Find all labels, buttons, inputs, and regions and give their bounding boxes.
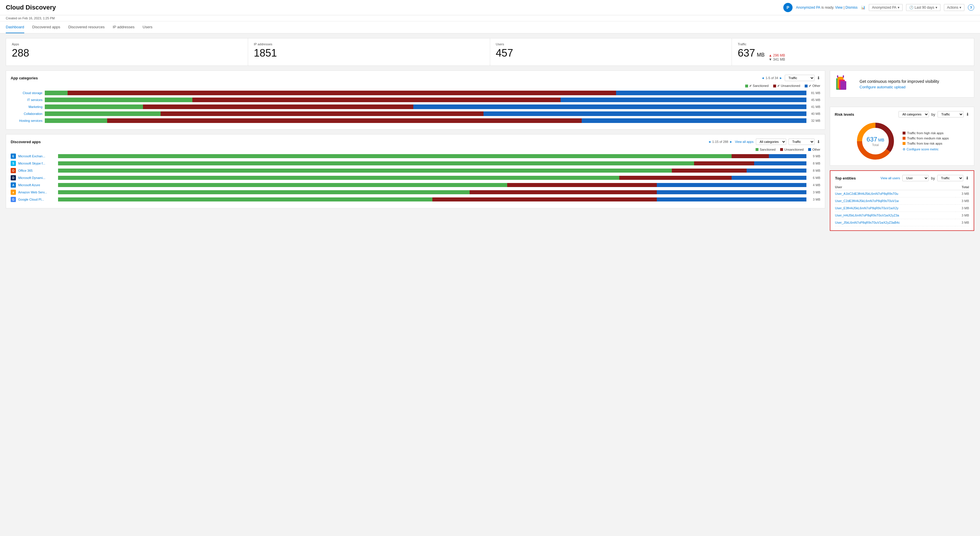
entities-metric-dropdown[interactable]: Traffic Users <box>937 175 963 181</box>
bar-label[interactable]: Marketing <box>11 105 43 108</box>
col-user: User <box>835 184 955 190</box>
separator: | <box>844 5 845 10</box>
tab-dashboard[interactable]: Dashboard <box>6 21 24 33</box>
discovered-apps-header: Discovered apps ◄ 1-15 of 288 ► View all… <box>11 138 820 145</box>
disc-other-box <box>808 148 811 151</box>
donut-container: 637 MB Total Traffic from high risk apps <box>835 121 969 161</box>
tab-discovered-apps[interactable]: Discovered apps <box>32 21 60 33</box>
view-link[interactable]: View <box>835 5 843 10</box>
entity-name[interactable]: User_A1bC2dE3fH4iJ5kL6mN7oP8qR9sT0u <box>835 190 955 197</box>
legend-unsanctioned: ✔ Unsanctioned <box>773 84 800 88</box>
app-icon: G <box>11 197 16 202</box>
disc-apps-download-icon[interactable]: ⬇ <box>817 140 820 144</box>
app-name[interactable]: Microsoft Skype f... <box>18 162 56 165</box>
app-categories-legend: ✔ Sanctioned ✔ Unsanctioned ✔ Other <box>11 84 820 88</box>
entity-total: 3 MB <box>955 212 969 219</box>
app-icon: O <box>11 168 16 173</box>
reports-title: Get continuous reports for improved visi… <box>859 79 939 84</box>
configure-score-link[interactable]: ⚙ Configure score metric <box>903 147 949 151</box>
app-name[interactable]: Amazon Web Serv... <box>18 190 56 194</box>
app-other-seg <box>754 161 807 165</box>
app-name[interactable]: Microsoft Azure <box>18 183 56 187</box>
dismiss-link[interactable]: Dismiss <box>845 5 858 10</box>
entity-name[interactable]: User_J5kL6mN7oP8qR9sT0uV1wX2yZ3aB4c <box>835 219 955 226</box>
help-label: ? <box>970 5 972 10</box>
header-right: P Anonymized PA is ready. View | Dismiss… <box>783 3 974 12</box>
risk-low-color <box>903 142 905 145</box>
svg-rect-5 <box>843 75 844 78</box>
app-bar-track <box>58 161 807 165</box>
disc-app-bars: E Microsoft Exchan... 9 MB S Microsoft S… <box>11 154 820 202</box>
donut-unit: MB <box>878 138 885 142</box>
risk-download-icon[interactable]: ⬇ <box>966 112 969 117</box>
bar-label[interactable]: Hosting services <box>11 119 43 122</box>
unsanctioned-seg <box>161 111 484 116</box>
app-other-seg <box>657 190 807 194</box>
disc-next-icon[interactable]: ► <box>729 140 732 143</box>
next-page-icon[interactable]: ► <box>779 76 783 80</box>
stats-row: Apps 288 IP addresses 1851 Users 457 Tra… <box>6 38 974 66</box>
risk-metric-dropdown[interactable]: Traffic Users <box>937 111 964 117</box>
bar-label[interactable]: IT services <box>11 98 43 101</box>
stat-apps: Apps 288 <box>6 38 248 65</box>
app-name[interactable]: Office 365 <box>18 169 56 172</box>
disc-apps-category-dropdown[interactable]: All categories <box>756 138 786 145</box>
prev-page-icon[interactable]: ◄ <box>761 76 765 80</box>
pagination-text: 1-5 of 34 <box>766 76 778 80</box>
actions-dropdown[interactable]: Actions ▾ <box>944 4 964 11</box>
account-dropdown[interactable]: Anonymized PA ▾ <box>869 4 903 11</box>
disc-prev-icon[interactable]: ◄ <box>708 140 711 143</box>
entity-name[interactable]: User_E3fH4iJ5kL6mN7oP8qR9sT0uV1wX2y <box>835 205 955 212</box>
risk-high-label: Traffic from high risk apps <box>907 131 943 135</box>
users-label: Users <box>496 43 726 46</box>
app-cat-bar-row: IT services 45 MB <box>11 98 820 102</box>
bar-label[interactable]: Cloud storage <box>11 91 43 95</box>
configure-upload-link[interactable]: Configure automatic upload <box>859 85 905 89</box>
app-unsanctioned-seg <box>507 183 657 187</box>
notification-account: Anonymized PA is ready. View | Dismiss <box>796 5 858 10</box>
app-icon: D <box>11 175 16 181</box>
bar-track <box>45 98 807 102</box>
disc-legend-other: Other <box>808 148 820 151</box>
app-cat-bar-row: Collaboration 40 MB <box>11 111 820 116</box>
entities-download-icon[interactable]: ⬇ <box>966 176 969 181</box>
app-name[interactable]: Google Cloud Pl... <box>18 198 56 201</box>
app-other-seg <box>732 176 807 180</box>
clock-icon: 🕐 <box>909 5 913 10</box>
chevron-down-icon: ▾ <box>898 5 899 10</box>
donut-chart: 637 MB Total <box>855 121 896 161</box>
risk-high-color <box>903 132 905 135</box>
risk-category-dropdown[interactable]: All categories <box>899 111 929 117</box>
entities-table: User Total User_A1bC2dE3fH4iJ5kL6mN7oP8q… <box>835 184 969 226</box>
download-icon[interactable]: ⬇ <box>817 76 820 80</box>
bar-label[interactable]: Collaboration <box>11 112 43 116</box>
disc-apps-metric-dropdown[interactable]: Traffic Users <box>789 138 815 145</box>
disc-app-row: D Microsoft Dynami... 6 MB <box>11 175 820 181</box>
app-categories-metric-dropdown[interactable]: Traffic Users IP addresses <box>785 75 815 81</box>
app-name[interactable]: Microsoft Dynami... <box>18 176 56 179</box>
entity-type-dropdown[interactable]: User IP address <box>902 175 929 181</box>
disc-app-row: a Amazon Web Serv... 3 MB <box>11 190 820 195</box>
entity-name[interactable]: User_H4iJ5kL6mN7oP8qR9sT0uV1wX2yZ3a <box>835 212 955 219</box>
right-column: Get continuous reports for improved visi… <box>830 70 974 231</box>
view-all-apps-link[interactable]: View all apps <box>735 140 754 143</box>
other-seg <box>582 118 807 123</box>
legend-other: ✔ Other <box>805 84 820 88</box>
tab-users[interactable]: Users <box>143 21 153 33</box>
sanctioned-seg <box>45 90 68 95</box>
entity-name[interactable]: User_C2dE3fH4iJ5kL6mN7oP8qR9sT0uV1w <box>835 197 955 205</box>
avatar-icon: P <box>783 3 792 12</box>
disc-app-row: E Microsoft Exchan... 9 MB <box>11 154 820 159</box>
app-value: 3 MB <box>809 190 820 194</box>
view-all-users-link[interactable]: View all users <box>881 176 900 180</box>
time-range-dropdown[interactable]: 🕐 Last 90 days ▾ <box>906 4 940 11</box>
tab-ip-addresses[interactable]: IP addresses <box>113 21 135 33</box>
app-icon: E <box>11 154 16 159</box>
app-categories-header: App categories ◄ 1-5 of 34 ► Traffic Use… <box>11 75 820 81</box>
app-categories-panel: App categories ◄ 1-5 of 34 ► Traffic Use… <box>6 70 825 130</box>
tab-discovered-resources[interactable]: Discovered resources <box>68 21 105 33</box>
help-button[interactable]: ? <box>968 4 974 11</box>
bar-track <box>45 90 807 95</box>
app-name[interactable]: Microsoft Exchan... <box>18 154 56 158</box>
report-icon: 📊 <box>861 5 865 10</box>
